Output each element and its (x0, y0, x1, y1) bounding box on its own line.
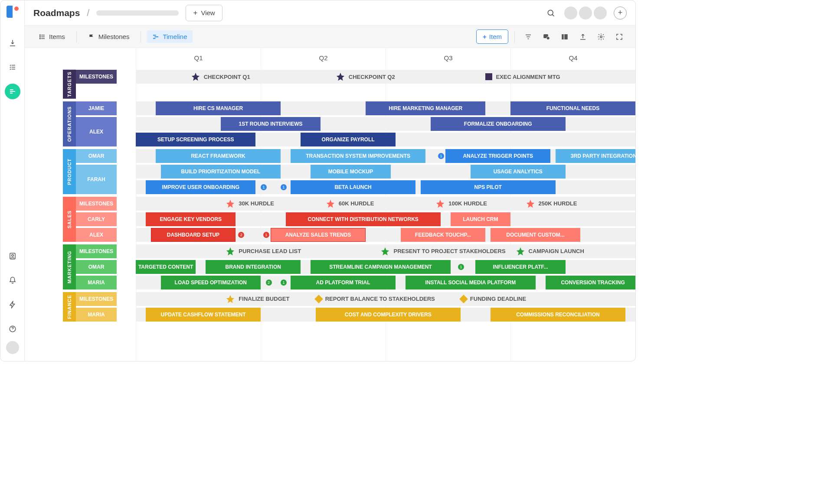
row-label[interactable]: FARAH (76, 165, 117, 194)
timeline-bar[interactable]: COMMISSIONS RECONCILIATION (491, 308, 625, 322)
timeline-bar[interactable]: HIRE CS MANAGER (156, 101, 281, 115)
row-label[interactable]: MILESTONES (76, 70, 117, 84)
milestone-marker[interactable]: PRESENT TO PROJECT STAKEHOLDERS (380, 244, 505, 258)
milestone-marker[interactable]: 250K HURDLE (526, 197, 577, 211)
dependency-badge[interactable]: 1 (281, 184, 287, 190)
timeline-bar[interactable]: REACT FRAMEWORK (156, 149, 281, 163)
rail-roadmap-icon[interactable] (5, 84, 20, 99)
dependency-badge[interactable]: 2 (238, 232, 244, 238)
dependency-badge[interactable]: 1 (261, 184, 267, 190)
rail-activity-icon[interactable] (5, 297, 20, 312)
dependency-badge[interactable]: 1 (281, 280, 287, 286)
timeline-bar[interactable]: 3RD PARTY INTEGRATIONS (556, 149, 635, 163)
dependency-badge[interactable]: 1 (438, 153, 444, 159)
breadcrumb-placeholder[interactable] (96, 10, 179, 16)
timeline-bar[interactable]: CONVERSION TRACKING (546, 276, 635, 289)
row-label[interactable]: CARLY (76, 212, 117, 226)
milestone-marker[interactable]: CAMPAIGN LAUNCH (516, 244, 584, 258)
timeline-bar[interactable]: CONNECT WITH DISTRIBUTION NETWORKS (286, 212, 441, 226)
timeline-bar[interactable]: NPS PILOT (421, 180, 556, 194)
rail-import-icon[interactable] (5, 35, 20, 51)
timeline-bar[interactable]: FUNCTIONAL NEEDS (510, 101, 635, 115)
view-button[interactable]: +View (186, 5, 222, 21)
timeline-bar[interactable]: LOAD SPEED OPTIMIZATION (161, 276, 261, 289)
group-label[interactable]: OPERATIONS (63, 101, 76, 146)
gear-icon[interactable] (594, 29, 608, 44)
svg-rect-17 (564, 34, 568, 39)
rail-notifications-icon[interactable] (5, 273, 20, 288)
timeline-bar[interactable]: ANALYZE TRIGGER POINTS (445, 149, 550, 163)
row-label[interactable]: MARIA (76, 308, 117, 322)
dependency-badge[interactable]: 1 (458, 264, 464, 270)
timeline-bar[interactable]: MOBILE MOCKUP (311, 165, 390, 179)
timeline-bar[interactable]: TRANSACTION SYSTEM IMPROVEMENTS (291, 149, 425, 163)
dependency-badge[interactable]: 2 (266, 280, 272, 286)
milestone-marker[interactable]: FINALIZE BUDGET (226, 292, 289, 306)
filter-icon[interactable] (521, 29, 536, 44)
rail-tasks-icon[interactable] (5, 59, 20, 75)
milestone-marker[interactable]: CHECKPOINT Q2 (336, 70, 395, 84)
collaborator-avatars[interactable] (564, 7, 607, 20)
tab-timeline[interactable]: Timeline (147, 30, 192, 43)
timeline-bar[interactable]: LAUNCH CRM (451, 212, 510, 226)
export-icon[interactable] (576, 29, 590, 44)
timeline-bar[interactable]: HIRE MARKETING MANAGER (366, 101, 485, 115)
group-label[interactable]: TARGETS (63, 70, 76, 99)
layout-icon[interactable] (557, 29, 572, 44)
timeline-bar[interactable]: BUILD PRIORITIZATION MODEL (161, 165, 281, 179)
milestone-marker[interactable]: 60K HURDLE (326, 197, 374, 211)
rail-help-icon[interactable] (5, 321, 20, 337)
milestone-marker[interactable]: 30K HURDLE (226, 197, 274, 211)
timeline-bar[interactable]: BRAND INTEGRATION (206, 260, 301, 274)
timeline-bar[interactable]: IMPROVE USER ONBOARDING (146, 180, 255, 194)
timeline-bar[interactable]: ENGAGE KEY VENDORS (146, 212, 236, 226)
timeline-bar[interactable]: DASHBOARD SETUP (151, 228, 236, 242)
search-icon[interactable] (544, 7, 557, 20)
row-label[interactable]: MILESTONES (76, 244, 117, 258)
row-label[interactable]: ALEX (76, 228, 117, 242)
timeline-bar[interactable]: BETA LAUNCH (291, 180, 415, 194)
fullscreen-icon[interactable] (612, 29, 627, 44)
timeline-bar[interactable]: DOCUMENT CUSTOM... (491, 228, 580, 242)
add-collaborator-button[interactable]: + (614, 7, 627, 20)
group-label[interactable]: SALES (63, 197, 76, 242)
milestone-marker[interactable]: 100K HURDLE (435, 197, 487, 211)
group-label[interactable]: PRODUCT (63, 149, 76, 194)
link-settings-icon[interactable] (539, 29, 554, 44)
timeline-bar[interactable]: FORMALIZE ONBOARDING (431, 117, 566, 131)
timeline-bar[interactable]: FEEDBACK TOUCHP... (401, 228, 486, 242)
dependency-badge[interactable]: 1 (263, 232, 269, 238)
group-label[interactable]: MARKETING (63, 244, 76, 289)
row-label[interactable]: ALEX (76, 117, 117, 146)
row-label[interactable]: MILESTONES (76, 292, 117, 306)
tab-items[interactable]: Items (33, 30, 70, 43)
row-label[interactable]: OMAR (76, 260, 117, 274)
row-label[interactable]: MILESTONES (76, 197, 117, 211)
timeline-bar[interactable]: INSTALL SOCIAL MEDIA PLATFORM (406, 276, 536, 289)
timeline-bar[interactable]: ORGANIZE PAYROLL (301, 133, 396, 146)
row-label[interactable]: OMAR (76, 149, 117, 163)
timeline-bar[interactable]: ANALYZE SALES TRENDS (271, 228, 366, 242)
timeline-bar[interactable]: COST AND COMPLEXITY DRIVERS (316, 308, 461, 322)
tab-milestones[interactable]: Milestones (83, 30, 135, 43)
timeline-bar[interactable]: UPDATE CASHFLOW STATEMENT (146, 308, 261, 322)
timeline-bar[interactable]: INFLUENCER PLATF... (475, 260, 565, 274)
rail-user-avatar[interactable] (6, 341, 19, 354)
milestone-marker[interactable]: REPORT BALANCE TO STAKEHOLDERS (316, 292, 435, 306)
timeline-bar[interactable]: STREAMLINE CAMPAIGN MANAGEMENT (311, 260, 451, 274)
add-item-button[interactable]: +Item (476, 29, 508, 44)
group-label[interactable]: FINANCE (63, 292, 76, 322)
timeline-bar[interactable]: SETUP SCREENING PROCESS (136, 133, 255, 146)
timeline-bar[interactable]: USAGE ANALYTICS (471, 165, 566, 179)
milestone-marker[interactable]: CHECKPOINT Q1 (191, 70, 250, 84)
timeline-bar[interactable]: AD PLATFORM TRIAL (291, 276, 396, 289)
svg-rect-11 (155, 36, 159, 37)
timeline-bar[interactable]: 1ST ROUND INTERVIEWS (221, 117, 321, 131)
timeline-bar[interactable]: TARGETED CONTENT (136, 260, 196, 274)
rail-contacts-icon[interactable] (5, 248, 20, 264)
row-label[interactable]: JAMIE (76, 101, 117, 115)
milestone-marker[interactable]: FUNDING DEADLINE (461, 292, 526, 306)
milestone-marker[interactable]: PURCHASE LEAD LIST (226, 244, 301, 258)
row-label[interactable]: MARIA (76, 276, 117, 289)
milestone-marker[interactable]: EXEC ALIGNMENT MTG (485, 70, 560, 84)
